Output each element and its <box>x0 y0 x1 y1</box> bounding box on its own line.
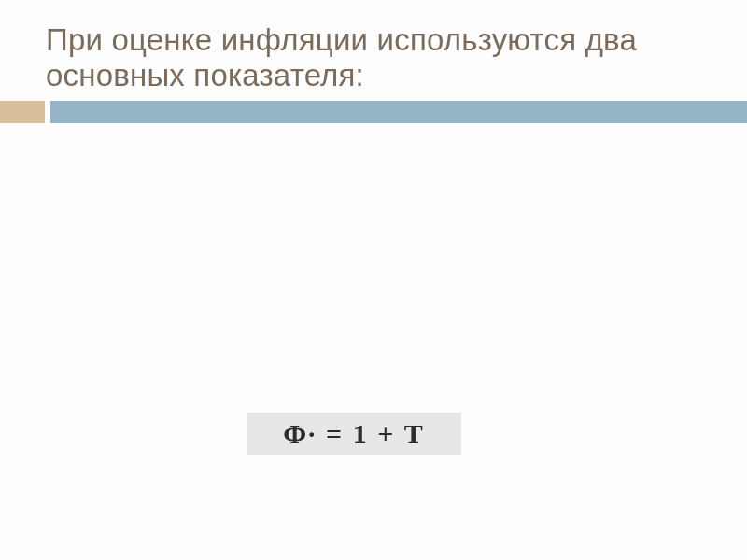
slide-title: При оценке инфляции используются два осн… <box>46 22 727 93</box>
slide: При оценке инфляции используются два осн… <box>0 0 747 560</box>
accent-box <box>0 101 45 123</box>
formula-text: Φ· = 1 + Т <box>283 418 425 450</box>
divider-bar <box>50 101 747 123</box>
formula-image: Φ· = 1 + Т <box>247 413 461 455</box>
